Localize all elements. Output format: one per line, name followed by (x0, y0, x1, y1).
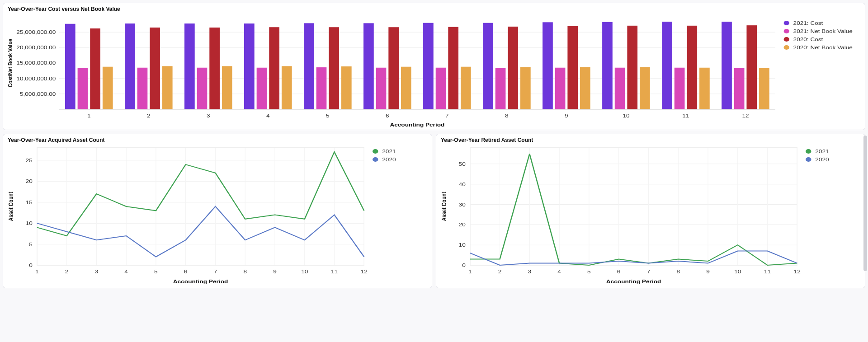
svg-text:0: 0 (462, 262, 466, 268)
svg-text:7: 7 (214, 269, 217, 274)
svg-rect-35 (341, 66, 352, 109)
svg-rect-63 (675, 68, 685, 109)
svg-rect-42 (423, 23, 434, 109)
svg-text:2: 2 (498, 269, 502, 274)
svg-text:12: 12 (742, 113, 749, 118)
svg-rect-29 (269, 27, 279, 109)
svg-rect-52 (542, 22, 553, 109)
svg-text:2020: 2020 (382, 157, 396, 162)
svg-text:8: 8 (243, 269, 247, 274)
svg-text:10: 10 (734, 269, 741, 274)
svg-rect-81 (37, 148, 364, 265)
svg-text:10: 10 (623, 113, 629, 118)
svg-rect-23 (197, 68, 208, 109)
svg-text:11: 11 (331, 269, 338, 274)
svg-text:9: 9 (273, 269, 277, 274)
svg-text:2021: Net Book Value: 2021: Net Book Value (793, 28, 853, 34)
svg-text:25: 25 (26, 158, 33, 163)
svg-rect-19 (150, 28, 160, 109)
svg-text:30: 30 (459, 202, 466, 207)
svg-text:6: 6 (184, 269, 188, 274)
svg-text:4: 4 (557, 269, 561, 274)
svg-text:2020: Net Book Value: 2020: Net Book Value (793, 45, 853, 50)
svg-point-75 (784, 29, 789, 33)
svg-text:Accounting Period: Accounting Period (606, 279, 661, 284)
scrollbar-thumb[interactable] (863, 136, 867, 271)
svg-rect-59 (627, 26, 637, 109)
svg-rect-24 (209, 28, 220, 109)
svg-text:5,000,000.00: 5,000,000.00 (20, 91, 56, 97)
svg-point-165 (806, 157, 811, 162)
svg-text:10,000,000.00: 10,000,000.00 (16, 76, 56, 81)
svg-rect-33 (316, 67, 327, 109)
svg-text:3: 3 (95, 269, 99, 274)
svg-rect-62 (662, 22, 672, 109)
svg-text:2021: 2021 (815, 149, 829, 154)
svg-text:2: 2 (65, 269, 69, 274)
bar-chart-cost-vs-nbv: 5,000,000.0010,000,000.0015,000,000.0020… (3, 12, 865, 130)
svg-text:Accounting Period: Accounting Period (173, 279, 228, 284)
svg-text:1: 1 (468, 269, 472, 274)
svg-text:9: 9 (565, 113, 568, 118)
svg-rect-69 (746, 25, 757, 109)
svg-rect-34 (329, 27, 339, 109)
svg-text:2: 2 (147, 113, 151, 118)
svg-text:15: 15 (26, 200, 33, 205)
svg-text:50: 50 (459, 161, 466, 167)
chart-title-top: Year-Over-Year Cost versus Net Book Valu… (3, 3, 865, 12)
svg-text:1: 1 (87, 113, 91, 118)
svg-rect-30 (282, 66, 292, 109)
svg-point-163 (806, 149, 811, 154)
svg-rect-22 (184, 23, 195, 109)
svg-text:12: 12 (361, 269, 368, 274)
svg-text:9: 9 (706, 269, 710, 274)
svg-rect-65 (699, 68, 710, 109)
card-cost-vs-nbv: Year-Over-Year Cost versus Net Book Valu… (3, 3, 865, 130)
svg-text:20: 20 (26, 179, 33, 184)
svg-text:3: 3 (528, 269, 532, 274)
svg-text:1: 1 (35, 269, 39, 274)
svg-text:20: 20 (459, 222, 466, 228)
svg-text:25,000,000.00: 25,000,000.00 (16, 29, 56, 35)
svg-rect-12 (65, 24, 75, 109)
svg-text:Accounting Period: Accounting Period (390, 122, 444, 127)
svg-text:2021: Cost: 2021: Cost (793, 20, 823, 26)
svg-rect-70 (759, 68, 769, 109)
svg-text:10: 10 (26, 220, 33, 226)
svg-rect-124 (470, 148, 797, 265)
svg-text:8: 8 (505, 113, 509, 118)
svg-rect-64 (687, 26, 697, 109)
svg-text:15,000,000.00: 15,000,000.00 (16, 61, 56, 66)
svg-rect-14 (90, 28, 100, 109)
svg-text:5: 5 (587, 269, 591, 274)
svg-text:12: 12 (794, 269, 801, 274)
svg-rect-54 (567, 26, 578, 110)
svg-text:8: 8 (676, 269, 680, 274)
svg-point-122 (373, 157, 378, 162)
svg-rect-45 (461, 67, 471, 109)
svg-text:11: 11 (764, 269, 771, 274)
svg-rect-44 (448, 27, 458, 109)
card-retired-asset-count: Year-Over-Year Retired Asset Count 01020… (436, 134, 865, 288)
svg-text:7: 7 (445, 113, 449, 118)
svg-rect-20 (162, 66, 173, 109)
svg-rect-18 (137, 68, 148, 109)
svg-text:Asset Count: Asset Count (441, 192, 448, 221)
svg-rect-40 (401, 67, 411, 109)
svg-text:11: 11 (682, 113, 689, 118)
svg-text:10: 10 (459, 242, 466, 248)
svg-text:7: 7 (647, 269, 651, 274)
svg-text:0: 0 (29, 262, 33, 268)
line-chart-retired: 01020304050123456789101112Asset CountAcc… (436, 143, 865, 288)
svg-rect-68 (734, 68, 745, 109)
svg-rect-48 (495, 68, 506, 109)
svg-text:4: 4 (124, 269, 128, 274)
svg-rect-49 (508, 27, 518, 109)
svg-rect-17 (125, 23, 135, 109)
svg-text:20,000,000.00: 20,000,000.00 (16, 45, 56, 51)
svg-rect-28 (257, 68, 267, 109)
svg-rect-27 (244, 23, 255, 109)
svg-rect-38 (376, 68, 387, 109)
line-chart-acquired: 0510152025123456789101112Asset CountAcco… (3, 143, 432, 288)
svg-text:3: 3 (207, 113, 210, 118)
